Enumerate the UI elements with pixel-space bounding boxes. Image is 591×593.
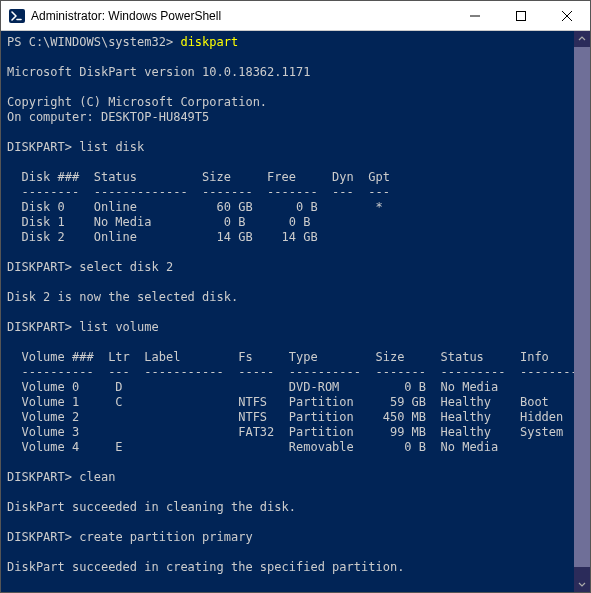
disk-table-header: Disk ### Status Size Free Dyn Gpt — [7, 170, 390, 184]
minimize-icon — [470, 11, 480, 21]
scroll-down-button[interactable] — [574, 576, 590, 592]
disk-row: Disk 0 Online 60 GB 0 B * — [7, 200, 383, 214]
powershell-icon — [9, 8, 25, 24]
volume-row: Volume 1 C NTFS Partition 59 GB Healthy … — [7, 395, 549, 409]
window-title: Administrator: Windows PowerShell — [31, 9, 221, 23]
maximize-button[interactable] — [498, 1, 544, 31]
volume-row: Volume 0 D DVD-ROM 0 B No Media — [7, 380, 498, 394]
msg-create-ok: DiskPart succeeded in creating the speci… — [7, 560, 404, 574]
cmd-list-disk: list disk — [79, 140, 144, 154]
diskpart-prompt: DISKPART> — [7, 140, 72, 154]
disk-row: Disk 2 Online 14 GB 14 GB — [7, 230, 318, 244]
terminal-output[interactable]: PS C:\WINDOWS\system32> diskpart Microso… — [1, 31, 590, 592]
volume-row: Volume 3 FAT32 Partition 99 MB Healthy S… — [7, 425, 563, 439]
cmd-list-volume: list volume — [79, 320, 158, 334]
computer-line: On computer: DESKTOP-HU849T5 — [7, 110, 209, 124]
close-icon — [562, 11, 572, 21]
cmd-clean: clean — [79, 470, 115, 484]
msg-selected-disk: Disk 2 is now the selected disk. — [7, 290, 238, 304]
svg-rect-3 — [517, 11, 526, 20]
scroll-up-button[interactable] — [574, 31, 590, 47]
close-button[interactable] — [544, 1, 590, 31]
chevron-up-icon — [578, 35, 586, 43]
svg-rect-0 — [9, 9, 25, 23]
titlebar[interactable]: Administrator: Windows PowerShell — [1, 1, 590, 31]
maximize-icon — [516, 11, 526, 21]
diskpart-prompt: DISKPART> — [7, 530, 72, 544]
diskpart-prompt: DISKPART> — [7, 320, 72, 334]
disk-table-divider: -------- ------------- ------- ------- -… — [7, 185, 390, 199]
disk-row: Disk 1 No Media 0 B 0 B — [7, 215, 310, 229]
cmd-diskpart: diskpart — [180, 35, 238, 49]
msg-clean-ok: DiskPart succeeded in cleaning the disk. — [7, 500, 296, 514]
cmd-select-disk: select disk 2 — [79, 260, 173, 274]
volume-table-divider: ---------- --- ----------- ----- -------… — [7, 365, 578, 379]
diskpart-version: Microsoft DiskPart version 10.0.18362.11… — [7, 65, 310, 79]
diskpart-prompt: DISKPART> — [7, 260, 72, 274]
volume-row: Volume 4 E Removable 0 B No Media — [7, 440, 498, 454]
vertical-scrollbar[interactable] — [574, 31, 590, 592]
volume-row: Volume 2 NTFS Partition 450 MB Healthy H… — [7, 410, 563, 424]
powershell-window: Administrator: Windows PowerShell PS C:\… — [0, 0, 591, 593]
scroll-thumb[interactable] — [574, 47, 590, 567]
minimize-button[interactable] — [452, 1, 498, 31]
cmd-create-partition: create partition primary — [79, 530, 252, 544]
copyright-line: Copyright (C) Microsoft Corporation. — [7, 95, 267, 109]
diskpart-prompt: DISKPART> — [7, 470, 72, 484]
console-client-area: PS C:\WINDOWS\system32> diskpart Microso… — [1, 31, 590, 592]
chevron-down-icon — [578, 580, 586, 588]
ps-prompt: PS C:\WINDOWS\system32> — [7, 35, 173, 49]
diskpart-prompt: DISKPART> — [7, 590, 72, 592]
volume-table-header: Volume ### Ltr Label Fs Type Size Status… — [7, 350, 549, 364]
